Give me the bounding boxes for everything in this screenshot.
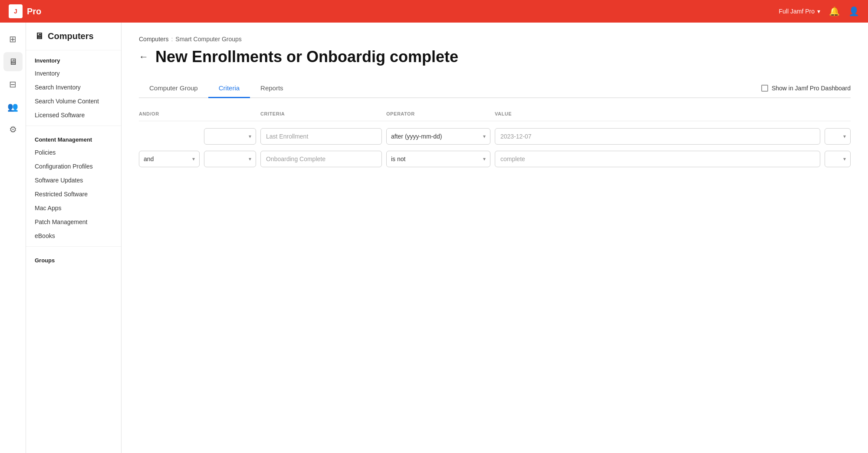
sidebar-item-software-updates[interactable]: Software Updates bbox=[26, 173, 121, 187]
nav-section-content-management: Content Management Policies Configuratio… bbox=[26, 129, 121, 243]
page-title: New Enrollments or Onboardig complete bbox=[155, 48, 458, 66]
row2-left-caret: ▾ bbox=[249, 156, 251, 162]
tab-reports[interactable]: Reports bbox=[250, 79, 294, 98]
topbar-left: J Pro bbox=[9, 4, 41, 18]
criteria-table-header: AND/OR CRITERIA OPERATOR VALUE bbox=[139, 111, 851, 121]
row1-operator-caret: ▾ bbox=[483, 133, 486, 139]
nav-section-groups: Groups bbox=[26, 250, 121, 266]
icon-sidebar: ⊞ 🖥 ⊟ 👥 ⚙ bbox=[0, 23, 26, 453]
row2-and-or-caret: ▾ bbox=[192, 156, 195, 162]
criteria-row-2: and ▾ ▾ Onboarding Complete is not ▾ com… bbox=[139, 151, 851, 167]
sidebar-item-search-inventory[interactable]: Search Inventory bbox=[26, 80, 121, 94]
breadcrumb-separator: : bbox=[171, 36, 173, 43]
sidebar-item-patch-management[interactable]: Patch Management bbox=[26, 215, 121, 229]
sidebar-item-mac-apps[interactable]: Mac Apps bbox=[26, 201, 121, 215]
breadcrumb-current: Smart Computer Groups bbox=[175, 36, 242, 43]
row1-left-caret: ▾ bbox=[249, 133, 251, 139]
notifications-icon[interactable]: 🔔 bbox=[829, 6, 840, 17]
computers-icon: 🖥 bbox=[35, 31, 43, 41]
nav-divider-1 bbox=[26, 126, 121, 126]
header-extra bbox=[825, 111, 851, 116]
sidebar-item-restricted-software[interactable]: Restricted Software bbox=[26, 187, 121, 201]
nav-sidebar-title: 🖥 Computers bbox=[26, 31, 121, 50]
row2-right-dropdown[interactable]: ▾ bbox=[825, 151, 851, 167]
row1-right-caret: ▾ bbox=[843, 133, 846, 139]
sidebar-item-configuration-profiles[interactable]: Configuration Profiles bbox=[26, 159, 121, 173]
dashboard-checkbox[interactable] bbox=[761, 85, 768, 92]
row2-and-or-dropdown[interactable]: and ▾ bbox=[139, 151, 200, 167]
header-value: VALUE bbox=[495, 111, 820, 116]
sidebar-icon-computer[interactable]: 🖥 bbox=[3, 52, 23, 71]
row1-left-dropdown[interactable]: ▾ bbox=[204, 128, 256, 145]
row2-left-dropdown[interactable]: ▾ bbox=[204, 151, 256, 167]
topbar-logo: J bbox=[9, 4, 23, 18]
breadcrumb: Computers : Smart Computer Groups bbox=[139, 36, 851, 43]
row1-right-dropdown[interactable]: ▾ bbox=[825, 128, 851, 145]
row2-criteria-field: Onboarding Complete bbox=[260, 151, 382, 167]
tabs-row: Computer Group Criteria Reports Show in … bbox=[139, 79, 851, 98]
main-content: Computers : Smart Computer Groups ← New … bbox=[122, 23, 868, 453]
sidebar-item-policies[interactable]: Policies bbox=[26, 145, 121, 159]
nav-section-inventory: Inventory Inventory Search Inventory Sea… bbox=[26, 50, 121, 122]
row2-right-caret: ▾ bbox=[843, 156, 846, 162]
header-operator: OPERATOR bbox=[386, 111, 490, 116]
topbar-user-menu[interactable]: Full Jamf Pro ▾ bbox=[779, 8, 820, 15]
row2-value-field[interactable]: complete bbox=[495, 151, 820, 167]
back-button[interactable]: ← bbox=[139, 51, 148, 63]
tabs: Computer Group Criteria Reports bbox=[139, 79, 294, 97]
row1-value-field[interactable]: 2023-12-07 bbox=[495, 128, 820, 145]
header-col2 bbox=[204, 111, 256, 116]
dashboard-label: Show in Jamf Pro Dashboard bbox=[772, 85, 851, 92]
sidebar-item-search-volume-content[interactable]: Search Volume Content bbox=[26, 94, 121, 108]
nav-sidebar: 🖥 Computers Inventory Inventory Search I… bbox=[26, 23, 122, 453]
row2-operator-caret: ▾ bbox=[483, 156, 486, 162]
header-and-or: AND/OR bbox=[139, 111, 200, 116]
sidebar-icon-settings[interactable]: ⚙ bbox=[3, 120, 23, 139]
sidebar-item-ebooks[interactable]: eBooks bbox=[26, 229, 121, 243]
tab-computer-group[interactable]: Computer Group bbox=[139, 79, 208, 98]
row1-criteria-field: Last Enrollment bbox=[260, 128, 382, 145]
row1-operator-dropdown[interactable]: after (yyyy-mm-dd) ▾ bbox=[386, 128, 490, 145]
sidebar-icon-grid[interactable]: ⊞ bbox=[3, 30, 23, 49]
sidebar-item-licensed-software[interactable]: Licensed Software bbox=[26, 108, 121, 122]
topbar-title: Pro bbox=[27, 7, 41, 17]
header-criteria: CRITERIA bbox=[260, 111, 382, 116]
criteria-table: AND/OR CRITERIA OPERATOR VALUE ▾ Last En… bbox=[139, 111, 851, 167]
sidebar-item-inventory[interactable]: Inventory bbox=[26, 66, 121, 80]
tab-criteria[interactable]: Criteria bbox=[208, 79, 250, 98]
nav-divider-2 bbox=[26, 246, 121, 247]
topbar: J Pro Full Jamf Pro ▾ 🔔 👤 bbox=[0, 0, 868, 23]
row2-operator-dropdown[interactable]: is not ▾ bbox=[386, 151, 490, 167]
nav-section-label-groups: Groups bbox=[26, 250, 121, 266]
chevron-down-icon: ▾ bbox=[817, 8, 820, 15]
user-profile-icon[interactable]: 👤 bbox=[848, 6, 859, 17]
sidebar-icon-apps[interactable]: ⊟ bbox=[3, 75, 23, 94]
nav-section-label-inventory: Inventory bbox=[26, 50, 121, 66]
nav-section-label-content-management: Content Management bbox=[26, 129, 121, 145]
topbar-right: Full Jamf Pro ▾ 🔔 👤 bbox=[779, 6, 859, 17]
app-layout: ⊞ 🖥 ⊟ 👥 ⚙ 🖥 Computers Inventory Inventor… bbox=[0, 23, 868, 453]
breadcrumb-link[interactable]: Computers bbox=[139, 36, 168, 43]
page-header: ← New Enrollments or Onboardig complete bbox=[139, 48, 851, 66]
sidebar-icon-users[interactable]: 👥 bbox=[3, 97, 23, 116]
criteria-row-1: ▾ Last Enrollment after (yyyy-mm-dd) ▾ 2… bbox=[139, 128, 851, 145]
show-dashboard-toggle[interactable]: Show in Jamf Pro Dashboard bbox=[761, 85, 851, 92]
